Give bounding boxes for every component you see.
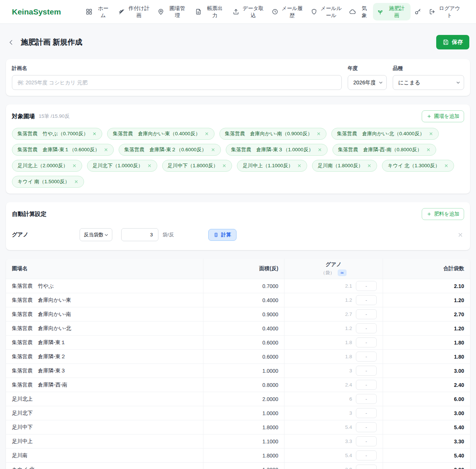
table-row: 集落営農 倉庫隣-西-南 0.8000 2.4 2.40	[6, 378, 470, 392]
main-content: 施肥計画 新規作成 保存 計画名 年度 2026年度 品種 にこまる	[0, 35, 476, 469]
guano-calculated-value: 1.2	[345, 326, 352, 331]
remove-chip-icon[interactable]	[444, 164, 448, 168]
nav-item-document[interactable]: 帳票出力	[191, 3, 229, 20]
guano-calculated-value: 6	[349, 396, 352, 402]
remove-chip-icon[interactable]	[211, 148, 215, 152]
remove-chip-icon[interactable]	[205, 132, 209, 136]
auto-calc-header: 自動計算設定 肥料を追加	[12, 208, 464, 220]
nav-item-cloud[interactable]: 気象	[345, 3, 373, 20]
nav-item-logout[interactable]: ログアウト	[425, 3, 464, 20]
guano-override-input[interactable]	[356, 394, 377, 404]
cell-guano: 1.8	[284, 350, 383, 364]
nav-item-label: 圃場管理	[167, 5, 187, 18]
field-chip-label: 足川中下（1.8000反）	[168, 162, 218, 169]
nav-item-sprout[interactable]: 施肥計画	[373, 3, 411, 20]
guano-override-input[interactable]	[356, 323, 377, 333]
guano-override-input[interactable]	[356, 422, 377, 432]
approx-badge[interactable]: ≃	[338, 269, 347, 276]
cell-field-name: 足川中上	[6, 434, 203, 449]
remove-chip-icon[interactable]	[74, 179, 78, 184]
field-chip-label: 集落営農 倉庫隣-東１（0.6000反）	[17, 146, 100, 153]
remove-chip-icon[interactable]	[72, 164, 77, 168]
guano-override-input[interactable]	[356, 465, 377, 469]
guano-calculated-value: 1.8	[345, 340, 352, 345]
remove-chip-icon[interactable]	[92, 132, 97, 136]
guano-override-input[interactable]	[356, 366, 377, 376]
cell-field-name: 足川中下	[6, 420, 203, 434]
cell-area: 0.8000	[203, 378, 284, 392]
guano-override-input[interactable]	[356, 309, 377, 319]
cell-area: 0.4000	[203, 321, 284, 336]
nav-item-upload[interactable]: データ取込	[229, 3, 268, 20]
remove-chip-icon[interactable]	[104, 148, 108, 152]
fertilizer-table: 圃場名 面積(反) グアノ （袋） ≃ 合計袋数 集落営農	[6, 259, 470, 469]
brand-logo[interactable]: KeinaSystem	[12, 7, 61, 16]
year-select[interactable]: 2026年度	[348, 75, 387, 90]
remove-chip-icon[interactable]	[297, 164, 302, 168]
guano-override-input[interactable]	[356, 408, 377, 418]
guano-override-input[interactable]	[356, 380, 377, 390]
target-fields-title: 対象圃場	[12, 113, 35, 120]
auto-calc-title: 自動計算設定	[12, 210, 46, 218]
guano-override-input[interactable]	[356, 450, 377, 460]
cell-guano: 3	[284, 364, 383, 378]
nav-item-key[interactable]	[411, 6, 425, 17]
variety-select[interactable]: にこまる	[393, 75, 464, 90]
top-navigation: KeinaSystem ホーム 作付け計画 圃場管理 帳票出力	[0, 0, 476, 24]
field-chip: 足川北下（1.0000反）	[87, 160, 157, 172]
cell-total-bags: 5.40	[383, 420, 470, 434]
nav-item-home-grid[interactable]: ホーム	[82, 3, 115, 20]
back-button[interactable]	[7, 38, 16, 47]
remove-chip-icon[interactable]	[318, 148, 322, 152]
nav-item-shield[interactable]: メールルール	[307, 3, 346, 20]
guano-override-input[interactable]	[356, 337, 377, 347]
nav-item-wheat[interactable]: 作付け計画	[115, 3, 154, 20]
page-title: 施肥計画 新規作成	[21, 37, 83, 47]
field-chip-label: 足川北下（1.0000反）	[93, 162, 143, 169]
guano-calculated-value: 3.9	[345, 467, 352, 469]
key-icon	[414, 8, 421, 15]
remove-chip-icon[interactable]	[367, 164, 372, 168]
add-field-button[interactable]: 圃場を追加	[422, 110, 464, 122]
field-chip-label: 集落営農 倉庫向かい-東（0.4000反）	[113, 130, 200, 137]
nav-item-label: メール履歴	[282, 5, 303, 18]
auto-calc-card: 自動計算設定 肥料を追加 グアノ 反当袋数 袋/反 計算	[6, 202, 470, 250]
field-chip: 足川北上（2.0000反）	[12, 160, 82, 172]
cell-total-bags: 2.10	[383, 279, 470, 293]
plan-name-input[interactable]	[12, 75, 342, 90]
cell-field-name: 集落営農 倉庫隣-西-南	[6, 378, 203, 392]
cell-total-bags: 2.40	[383, 378, 470, 392]
cell-total-bags: 1.80	[383, 350, 470, 364]
remove-fertilizer-icon[interactable]	[457, 231, 464, 239]
field-chip-label: キウイ 北（1.3000反）	[387, 162, 440, 169]
add-fertilizer-button[interactable]: 肥料を追加	[422, 208, 464, 220]
remove-chip-icon[interactable]	[426, 148, 431, 152]
cell-area: 0.9000	[203, 307, 284, 321]
calculate-button[interactable]: 計算	[208, 229, 237, 241]
remove-chip-icon[interactable]	[147, 164, 152, 168]
save-button[interactable]: 保存	[436, 35, 469, 49]
remove-chip-icon[interactable]	[222, 164, 226, 168]
logout-icon	[429, 8, 436, 15]
calc-mode-select[interactable]: 反当袋数	[80, 228, 112, 241]
field-chip: 集落営農 倉庫隣-東２（0.6000反）	[119, 144, 221, 156]
remove-chip-icon[interactable]	[316, 132, 321, 136]
cell-guano: 5.4	[284, 420, 383, 434]
cell-total-bags: 3.30	[383, 434, 470, 449]
nav-item-history-clock[interactable]: メール履歴	[268, 3, 307, 20]
cell-area: 2.0000	[203, 392, 284, 406]
upload-icon	[232, 8, 239, 15]
cell-total-bags: 1.80	[383, 336, 470, 350]
bags-per-tan-input[interactable]	[121, 228, 158, 241]
guano-override-input[interactable]	[356, 295, 377, 305]
guano-override-input[interactable]	[356, 436, 377, 446]
field-chip-label: 集落営農 倉庫隣-東２（0.6000反）	[124, 146, 206, 153]
guano-override-input[interactable]	[356, 281, 377, 291]
table-row: 集落営農 倉庫隣-東２ 0.6000 1.8 1.80	[6, 350, 470, 364]
remove-chip-icon[interactable]	[429, 132, 433, 136]
nav-item-label: ホーム	[96, 5, 111, 18]
guano-override-input[interactable]	[356, 352, 377, 362]
cell-guano: 1.2	[284, 293, 383, 307]
nav-item-map-pin[interactable]: 圃場管理	[154, 3, 191, 20]
cell-total-bags: 1.20	[383, 293, 470, 307]
